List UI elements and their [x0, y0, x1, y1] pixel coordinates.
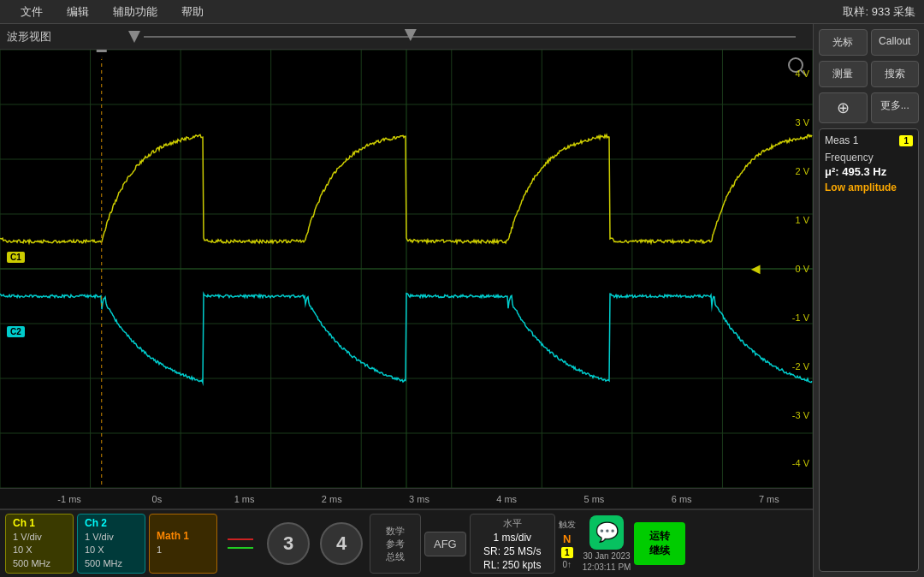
- meas1-title: Meas 1: [825, 134, 858, 146]
- trigger-marker-left: [128, 31, 140, 43]
- menu-help[interactable]: 帮助: [169, 4, 216, 20]
- horizontal-section[interactable]: 水平 1 ms/div SR: 25 MS/s RL: 250 kpts: [470, 514, 555, 574]
- afg-button[interactable]: AFG: [424, 532, 466, 556]
- callout-button[interactable]: Callout: [871, 29, 920, 56]
- oscilloscope-area: 波形视图 C1 C2 ◄ 4 V 3 V 2 V 1 V 0 V: [0, 24, 813, 577]
- math-ref-bus-label: 数学参考总线: [386, 525, 405, 563]
- time-6ms: 6 ms: [638, 494, 726, 504]
- menu-assist[interactable]: 辅助功能: [101, 4, 169, 20]
- meas1-box[interactable]: Meas 1 1 Frequency μ²: 495.3 Hz Low ampl…: [819, 128, 919, 572]
- right-panel: 光标 Callout 测量 搜索 ⊕ 更多... Meas 1 1 Freque…: [813, 24, 924, 577]
- time-2ms: 2 ms: [288, 494, 376, 504]
- red-line: [228, 538, 253, 540]
- ch2-info[interactable]: Ch 2 1 V/div10 X500 MHz: [77, 514, 145, 574]
- trigger-n: N: [563, 532, 571, 545]
- time-3ms: 3 ms: [376, 494, 463, 504]
- mid-btn-row: 测量 搜索: [819, 61, 919, 87]
- main-layout: 波形视图 C1 C2 ◄ 4 V 3 V 2 V 1 V 0 V: [0, 24, 924, 577]
- ch2-label: Ch 2: [85, 517, 138, 529]
- time-label-bottom: 12:03:11 PM: [583, 562, 631, 572]
- horizontal-time: 1 ms/div: [493, 532, 531, 544]
- sample-status: 取样: 933 采集: [843, 4, 915, 20]
- menubar: 文件 编辑 辅助功能 帮助 取样: 933 采集: [0, 0, 924, 24]
- ch1-label: Ch 1: [13, 517, 66, 529]
- math-info[interactable]: Math 1 1: [149, 514, 217, 574]
- time-labels: -1 ms 0s 1 ms 2 ms 3 ms 4 ms 5 ms 6 ms 7…: [0, 488, 813, 509]
- ch2-marker: C2: [7, 326, 25, 337]
- green-line: [228, 547, 253, 549]
- line-indicators: [221, 538, 260, 549]
- math-label: Math 1: [157, 530, 210, 542]
- waveform-canvas: [0, 50, 813, 488]
- trigger-marker-right: [405, 29, 417, 41]
- num4-button[interactable]: 4: [320, 522, 363, 565]
- time-7ms: 7 ms: [726, 494, 813, 504]
- run-button[interactable]: 运转继续: [634, 522, 685, 565]
- waveform-title: 波形视图: [7, 29, 51, 45]
- meas1-label: Frequency: [825, 152, 913, 164]
- oscilloscope-canvas: C1 C2 ◄ 4 V 3 V 2 V 1 V 0 V -1 V -2 V -3…: [0, 50, 813, 488]
- math-ref-bus[interactable]: 数学参考总线: [370, 514, 421, 574]
- trigger-label: 触发: [559, 519, 576, 531]
- wechat-icon: 💬: [589, 515, 624, 550]
- menu-edit[interactable]: 编辑: [55, 4, 101, 20]
- time-5ms: 5 ms: [550, 494, 637, 504]
- ch1-arrow-marker: ◄: [748, 260, 763, 278]
- time-n1ms: -1 ms: [26, 494, 113, 504]
- bot-btn-row: ⊕ 更多...: [819, 92, 919, 123]
- horizontal-rl: RL: 250 kpts: [483, 559, 541, 571]
- time-4ms: 4 ms: [463, 494, 550, 504]
- ch1-marker: C1: [7, 252, 25, 263]
- ch2-detail: 1 V/div10 X500 MHz: [85, 531, 138, 570]
- horizontal-sr: SR: 25 MS/s: [483, 545, 541, 557]
- trigger-badge: 1: [561, 547, 573, 558]
- meas1-warning: Low amplitude: [825, 181, 913, 193]
- measure-button[interactable]: 测量: [819, 61, 868, 87]
- trigger-bar: [128, 32, 796, 42]
- top-btn-row: 光标 Callout: [819, 29, 919, 56]
- trigger-zero: 0↑: [562, 560, 572, 569]
- num3-button[interactable]: 3: [267, 522, 310, 565]
- meas1-value: μ²: 495.3 Hz: [825, 165, 913, 178]
- search-button[interactable]: 搜索: [871, 61, 920, 87]
- math-detail: 1: [157, 544, 210, 556]
- meas1-badge: 1: [899, 135, 913, 146]
- menu-file[interactable]: 文件: [9, 4, 55, 20]
- ch1-detail: 1 V/div10 X500 MHz: [13, 531, 66, 570]
- more-button[interactable]: 更多...: [871, 92, 920, 123]
- trigger-section[interactable]: 触发 N 1 0↑: [559, 519, 576, 569]
- logo-area: 💬 30 Jan 2023 12:03:11 PM: [583, 515, 631, 572]
- bottom-bar: Ch 1 1 V/div10 X500 MHz Ch 2 1 V/div10 X…: [0, 509, 813, 577]
- time-0s: 0s: [113, 494, 200, 504]
- trigger-line: [144, 36, 796, 38]
- cursor-button[interactable]: 光标: [819, 29, 868, 56]
- time-1ms: 1 ms: [200, 494, 287, 504]
- waveform-header: 波形视图: [0, 24, 813, 50]
- ch1-info[interactable]: Ch 1 1 V/div10 X500 MHz: [5, 514, 74, 574]
- horizontal-label: 水平: [503, 517, 522, 530]
- date-label: 30 Jan 2023: [583, 551, 631, 561]
- zoom-button[interactable]: ⊕: [819, 92, 868, 123]
- meas1-header: Meas 1 1: [825, 134, 913, 146]
